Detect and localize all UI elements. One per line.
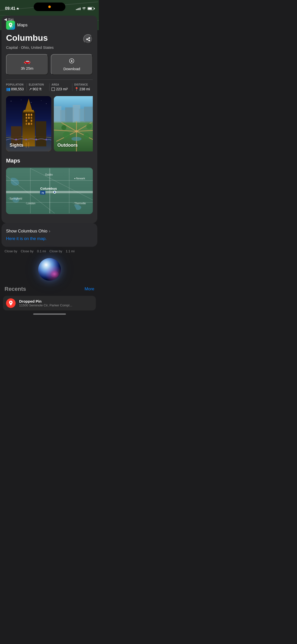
svg-rect-19 (28, 114, 30, 116)
svg-text:· Springfield: · Springfield (8, 197, 22, 200)
stat-population: POPULATION 👥 898,553 (6, 83, 27, 91)
svg-rect-41 (65, 107, 74, 123)
close-by-4: Close by (50, 249, 62, 253)
maps-section-title: Maps (6, 157, 93, 164)
share-button[interactable] (83, 34, 93, 44)
chevron-right-icon: › (49, 229, 50, 233)
svg-point-11 (41, 100, 41, 101)
distance-icon: 📍 (74, 87, 79, 91)
svg-rect-17 (23, 111, 34, 112)
recents-title: Recents (5, 286, 26, 292)
svg-rect-28 (31, 123, 32, 125)
svg-text:Newark: Newark (76, 177, 85, 180)
show-columbus-link[interactable]: Show Columbus Ohio › (6, 229, 93, 234)
svg-point-56 (83, 133, 90, 139)
status-right (76, 7, 94, 11)
svg-point-68 (54, 191, 55, 193)
status-bar: 09:41 (0, 0, 99, 14)
bottom-area: Close by Close by 0.1 mi Close by 1.1 mi (0, 249, 99, 310)
download-button[interactable]: Download (51, 54, 93, 75)
elevation-icon: ↗ (29, 87, 32, 91)
maps-app-icon (6, 21, 15, 30)
recent-item-info: Dropped Pin 11500 Seminole Cir, Parker C… (19, 299, 93, 307)
drive-label: 3h 25m (21, 66, 33, 70)
here-on-map-text[interactable]: Here it is on the map. (6, 236, 93, 241)
svg-point-35 (35, 139, 37, 140)
svg-point-34 (25, 139, 27, 140)
close-by-row: Close by Close by 0.1 mi Close by 1.1 mi (2, 249, 97, 253)
category-outdoors[interactable]: Outdoors (54, 96, 93, 151)
svg-rect-44 (84, 107, 93, 123)
svg-text:· Thornville: · Thornville (73, 202, 86, 205)
svg-point-59 (71, 137, 81, 141)
share-icon (86, 36, 90, 42)
battery-icon (88, 7, 94, 10)
city-header: Columbus (6, 33, 93, 44)
status-time: 09:41 (5, 6, 19, 11)
maps-section: Maps 7 (6, 157, 93, 214)
wifi-icon (82, 7, 86, 11)
svg-rect-25 (31, 120, 32, 122)
svg-point-8 (11, 101, 11, 101)
recent-item[interactable]: Dropped Pin 11500 Seminole Cir, Parker C… (3, 296, 96, 310)
siri-panel: Show Columbus Ohio › Here it is on the m… (2, 223, 97, 247)
dynamic-island-indicator (48, 6, 51, 8)
category-sights[interactable]: Sights (6, 96, 51, 151)
svg-point-9 (21, 100, 21, 100)
svg-rect-30 (36, 121, 46, 146)
svg-rect-22 (28, 117, 30, 119)
svg-text:· London: · London (25, 202, 35, 205)
svg-point-77 (38, 258, 61, 281)
stat-elevation: ELEVATION ↗ 902 ft (29, 83, 50, 91)
svg-rect-32 (28, 142, 29, 148)
population-icon: 👥 (6, 87, 10, 91)
svg-rect-24 (26, 120, 27, 122)
close-by-3: 0.1 mi (37, 249, 46, 253)
categories-row: Sights (6, 96, 93, 151)
drive-button[interactable]: 🚗 3h 25m (6, 54, 48, 75)
action-buttons: 🚗 3h 25m Download (6, 54, 93, 75)
svg-point-55 (63, 132, 70, 139)
map-thumbnail[interactable]: 70 Columbus · Dublin Newark (6, 168, 93, 214)
city-title: Columbus (6, 33, 48, 43)
recents-bar: Recents More (2, 286, 97, 292)
svg-rect-14 (22, 111, 35, 146)
download-label: Download (63, 67, 80, 71)
close-by-2: Close by (21, 249, 34, 253)
area-icon (52, 88, 55, 91)
main-card: Maps Columbus Capital · Ohio, United Sta… (2, 16, 97, 223)
svg-point-36 (46, 139, 47, 140)
svg-point-12 (46, 103, 47, 104)
recent-item-title: Dropped Pin (19, 299, 93, 303)
home-indicator (33, 313, 66, 315)
stat-distance: DISTANCE 📍 238 mi (74, 83, 93, 91)
svg-point-10 (31, 102, 31, 103)
close-by-1: Close by (5, 249, 17, 253)
siri-orb-container (2, 258, 97, 281)
svg-text:· Dublin: · Dublin (44, 173, 53, 176)
dropped-pin-icon (6, 298, 16, 308)
dynamic-island (34, 3, 65, 11)
svg-point-57 (61, 125, 66, 130)
svg-rect-31 (26, 143, 27, 148)
svg-point-72 (74, 178, 75, 179)
signal-bars (76, 7, 80, 10)
city-subtitle: Capital · Ohio, United States (6, 45, 93, 50)
more-button[interactable]: More (84, 287, 94, 292)
svg-text:70: 70 (41, 192, 44, 194)
close-by-5: 1.1 mi (66, 249, 74, 253)
app-header: Maps (6, 21, 93, 30)
category-sights-label: Sights (10, 143, 23, 148)
svg-rect-26 (26, 123, 27, 125)
svg-rect-21 (26, 117, 27, 119)
siri-back-button[interactable]: ◀ Siri (4, 17, 14, 22)
download-icon (69, 58, 74, 65)
stat-area: AREA 223 mi² (52, 83, 72, 91)
svg-text:Columbus: Columbus (40, 187, 57, 190)
stats-row: POPULATION 👥 898,553 ELEVATION ↗ 902 ft … (6, 79, 93, 91)
siri-orb[interactable] (38, 258, 61, 281)
location-icon (16, 7, 19, 10)
category-outdoors-label: Outdoors (57, 143, 78, 148)
svg-rect-20 (31, 114, 32, 116)
svg-point-33 (15, 139, 17, 140)
